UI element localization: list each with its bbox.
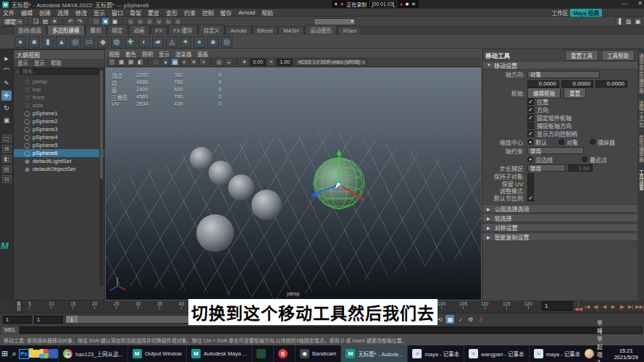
viewport-menu-item[interactable]: 照明 xyxy=(142,50,153,58)
colorspace-dropdown[interactable]: ACES 1.0 SDR-video (sRGB) ▾ xyxy=(296,59,367,66)
dock-tab[interactable]: 属性编辑器 xyxy=(637,135,644,163)
menu-item[interactable]: 骨架 xyxy=(130,9,141,17)
menu-item[interactable]: 创建 xyxy=(39,9,51,17)
outliner-item[interactable]: ◫ persp xyxy=(14,77,104,85)
layout-shortcut-icon[interactable]: ◧ xyxy=(2,155,12,163)
menu-item[interactable]: 修改 xyxy=(75,9,87,17)
shelf-icon[interactable]: ◬ xyxy=(166,36,177,48)
shelf-tab[interactable]: 自定义 xyxy=(198,25,225,35)
camera-lock-icon[interactable]: ◫ xyxy=(108,58,116,66)
shelf-icon[interactable]: ◆ xyxy=(97,36,109,48)
shelf-tab[interactable]: Arnold xyxy=(225,26,251,35)
axis-x-field[interactable]: 0.0000 xyxy=(527,80,559,88)
radio-button[interactable] xyxy=(559,139,564,145)
edit-pivot-button[interactable]: 编辑枢轴 xyxy=(527,88,561,98)
taskbar-window-button[interactable]: hao123_上网从这... xyxy=(58,345,127,362)
command-input[interactable] xyxy=(20,327,601,334)
sidebar-toggle-icon[interactable]: ▐ xyxy=(615,17,623,25)
shelf-tab[interactable]: 绑定 xyxy=(107,25,128,35)
outliner-search-input[interactable] xyxy=(20,68,99,75)
checkbox[interactable]: ✓ xyxy=(527,98,534,105)
checkbox[interactable] xyxy=(527,188,534,194)
outliner-menu-item[interactable]: 显示 xyxy=(34,59,45,67)
snap-magnet-icon[interactable]: ∪ xyxy=(155,17,163,25)
menu-set-dropdown[interactable]: 绑定 ▾ xyxy=(2,18,24,25)
overlay-close-button[interactable]: ✕ xyxy=(411,1,416,7)
shelf-icon[interactable]: ● xyxy=(14,36,26,48)
outliner-menu-item[interactable]: 显示 xyxy=(17,59,28,67)
search-icon[interactable]: ⌕ xyxy=(9,345,19,362)
tool-icon[interactable]: ⌒ xyxy=(1,66,12,76)
shelf-icon[interactable]: ◐ xyxy=(138,36,150,48)
wireframe-on-shaded-icon[interactable]: ◍ xyxy=(171,58,179,66)
tool-icon[interactable]: ✛ xyxy=(1,90,12,101)
shelf-tab[interactable]: FX xyxy=(151,26,168,35)
workspace-value[interactable]: Maya 经典 xyxy=(570,9,602,17)
menu-item[interactable]: 帮助 xyxy=(262,9,273,17)
menu-item[interactable]: 蒙皮 xyxy=(148,9,159,17)
checkbox[interactable] xyxy=(527,180,534,187)
file-explorer-icon[interactable] xyxy=(29,345,39,362)
layout-shortcut-icon[interactable]: ⊞ xyxy=(2,145,12,153)
menu-item[interactable]: Arnold xyxy=(238,9,255,16)
menu-item[interactable]: 约束 xyxy=(184,9,196,17)
radio-button[interactable] xyxy=(582,156,587,162)
range-icon[interactable]: ♪ xyxy=(456,315,464,324)
menu-item[interactable]: 控制 xyxy=(202,9,214,17)
shelf-icon[interactable]: ◎ xyxy=(70,36,81,48)
viewport-menu-item[interactable]: 视图 xyxy=(109,50,120,58)
axis-constraint-dropdown[interactable]: 禁用 xyxy=(527,147,584,154)
gamma-icon[interactable]: ◓ xyxy=(267,58,275,66)
range-icon[interactable]: ⚙ xyxy=(466,315,474,324)
record-button[interactable]: ● xyxy=(400,1,403,7)
outliner-scrollbar[interactable] xyxy=(99,69,104,286)
menu-item[interactable]: 缓存 xyxy=(220,9,232,17)
status-input-field[interactable]: ▾ xyxy=(314,18,356,25)
sphere[interactable] xyxy=(209,161,233,185)
app-icon[interactable] xyxy=(39,345,49,362)
exposure-icon[interactable]: ✦ xyxy=(241,58,248,66)
menu-item[interactable]: 选择 xyxy=(57,9,69,17)
scrollbar-thumb[interactable] xyxy=(100,70,103,179)
stop-button[interactable]: ■ xyxy=(406,1,409,7)
photoshop-icon[interactable]: Ps xyxy=(19,345,29,362)
sphere[interactable] xyxy=(251,190,282,220)
playback-start-field[interactable]: 1 xyxy=(34,316,63,324)
menu-item[interactable]: 文件 xyxy=(3,9,14,17)
menu-item[interactable]: 编辑 xyxy=(21,9,33,17)
shelf-tab[interactable]: XGen xyxy=(338,26,361,35)
shelf-tab[interactable]: FX 缓存 xyxy=(168,25,198,35)
shelf-icon[interactable]: ▰ xyxy=(152,36,164,48)
shelf-tab[interactable]: 动画 xyxy=(129,25,150,35)
collapsed-section[interactable]: ▶ 软选择 xyxy=(482,214,637,222)
checkbox[interactable] xyxy=(527,173,534,180)
tray-avatar[interactable] xyxy=(585,349,594,358)
layout-shortcut-icon[interactable]: ⊟ xyxy=(2,175,12,183)
range-slider-handle[interactable]: 1 xyxy=(66,316,78,323)
taskbar-window-button[interactable]: ≡ maya - 记事本 xyxy=(529,345,585,362)
outliner-item[interactable]: ◯ pSphere3 xyxy=(14,125,104,133)
viewport-menu-item[interactable]: 渲染器 xyxy=(175,50,192,58)
taskbar-window-button[interactable]: S xyxy=(273,345,295,362)
reset-tool-button[interactable]: 重置工具 xyxy=(565,50,598,61)
shelf-tab[interactable]: 曲线/曲面 xyxy=(13,25,46,35)
playback-button[interactable]: ◀ xyxy=(601,304,609,310)
animation-start-field[interactable]: 1 xyxy=(3,316,32,324)
outliner-menu-item[interactable]: 帮助 xyxy=(51,59,62,67)
lights-icon[interactable]: ☀ xyxy=(190,58,198,66)
layout-shortcut-icon[interactable]: ▤ xyxy=(2,165,12,173)
radio-option[interactable]: 最近点 xyxy=(582,156,607,164)
radio-button[interactable]: ● xyxy=(527,139,533,145)
collapsed-section[interactable]: ▶ 对称设置 xyxy=(482,223,637,232)
menu-item[interactable]: 窗口 xyxy=(112,9,123,17)
tool-icon[interactable]: ↻ xyxy=(1,103,12,113)
playback-button[interactable]: |▶ xyxy=(618,304,626,310)
shelf-tab[interactable]: 多边形建模 xyxy=(47,25,85,35)
shelf-icon[interactable]: ✚ xyxy=(125,36,136,48)
sidebar-toggle-icon[interactable]: ▥ xyxy=(624,17,632,25)
collapsed-section[interactable]: ▶ 智能复制设置 xyxy=(482,232,637,241)
workspace-selector[interactable]: 工作区 Maya 经典 xyxy=(552,9,602,17)
outliner-item[interactable]: ◫ top xyxy=(14,85,104,93)
viewport-menu-item[interactable]: 面板 xyxy=(198,50,209,58)
app-icon[interactable] xyxy=(49,345,58,362)
